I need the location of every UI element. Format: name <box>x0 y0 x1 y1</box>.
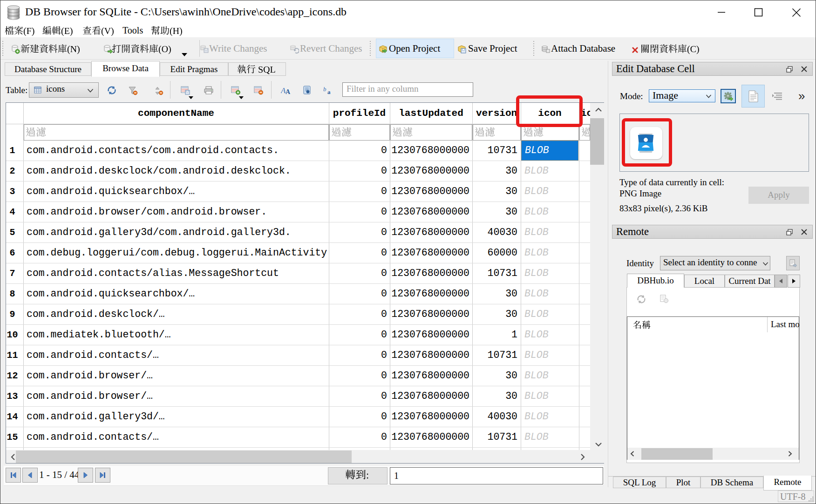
svg-text:b: b <box>323 86 326 93</box>
svg-text:a: a <box>327 88 331 95</box>
svg-text:A: A <box>286 88 291 95</box>
